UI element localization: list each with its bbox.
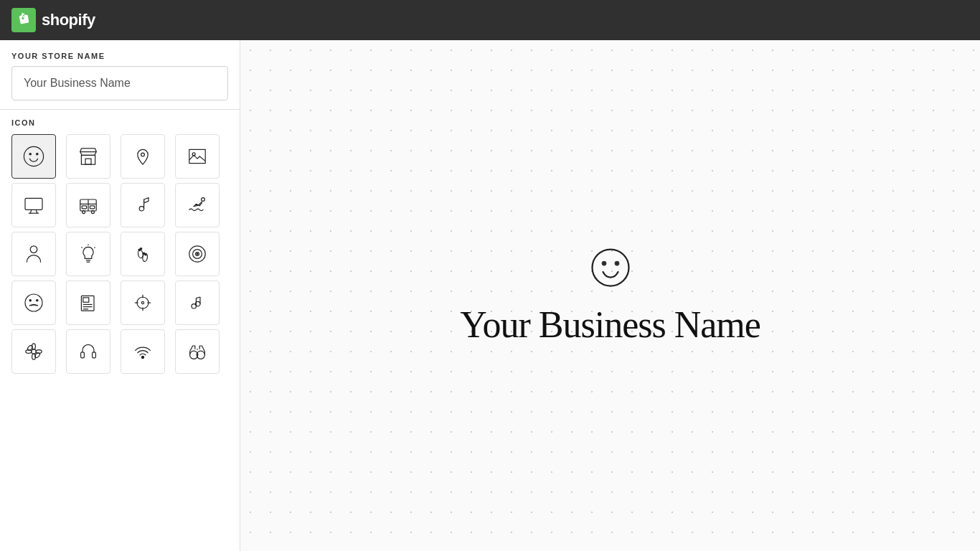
icon-section: ICON [0,110,240,551]
icon-cell-monitor[interactable] [11,183,56,227]
svg-rect-64 [81,352,85,358]
svg-rect-22 [90,206,94,209]
icon-cell-mustache-face[interactable] [11,281,56,325]
svg-point-57 [32,349,36,354]
icon-cell-location-pin[interactable] [121,134,165,179]
icon-cell-music-notes[interactable] [175,281,220,325]
icon-cell-music-note[interactable] [121,183,165,227]
icon-cell-wifi[interactable] [121,329,165,374]
svg-rect-12 [25,198,42,209]
shopify-logo: shopify [11,8,95,32]
shopify-bag-icon [11,8,36,32]
svg-rect-21 [82,206,86,209]
svg-line-30 [94,247,95,248]
store-name-section: YOUR STORE NAME [0,40,240,110]
store-name-input[interactable] [11,66,228,100]
svg-line-13 [30,209,32,213]
svg-line-14 [36,209,37,213]
icon-cell-image-frame[interactable] [175,134,220,179]
svg-point-9 [141,153,145,156]
shopify-text: shopify [42,11,95,29]
preview-icon [589,246,632,292]
svg-rect-65 [93,352,96,358]
svg-point-72 [615,261,618,265]
svg-point-66 [141,356,143,358]
svg-point-2 [29,154,31,155]
icon-cell-crosshair[interactable] [121,281,165,325]
svg-point-71 [602,261,606,265]
svg-point-40 [197,253,198,255]
icon-cell-bus[interactable] [66,183,110,227]
preview-content: Your Business Name [460,246,760,346]
svg-line-7 [95,149,97,152]
preview-business-name: Your Business Name [460,303,760,346]
header: shopify [0,0,980,40]
svg-point-42 [29,300,31,301]
svg-rect-45 [83,298,89,302]
icon-cell-footprints[interactable] [121,232,165,276]
store-name-label: YOUR STORE NAME [11,52,228,60]
icon-cell-flower[interactable] [11,329,56,374]
svg-point-1 [24,146,43,166]
icon-cell-spiral[interactable] [175,232,220,276]
icon-cell-headphones[interactable] [66,329,110,374]
icon-label: ICON [11,118,228,127]
icon-cell-lightbulb[interactable] [66,232,110,276]
svg-point-43 [37,300,38,301]
svg-line-29 [81,247,82,248]
svg-point-36 [145,254,146,255]
icon-cell-newspaper[interactable] [66,281,110,325]
svg-point-24 [202,198,205,202]
svg-point-70 [592,249,628,286]
main-layout: YOUR STORE NAME ICON [0,40,980,551]
icon-grid-wrapper[interactable] [11,134,228,551]
svg-point-49 [137,297,149,309]
svg-line-6 [80,149,82,152]
svg-point-23 [139,207,143,211]
icon-cell-person[interactable] [11,232,56,276]
svg-rect-4 [81,155,95,164]
icon-cell-binoculars[interactable] [175,329,220,374]
svg-rect-5 [85,159,91,164]
preview-area: Your Business Name [240,40,980,551]
svg-point-25 [30,246,37,253]
icon-grid [11,134,225,382]
icon-cell-smiley[interactable] [11,134,56,179]
svg-point-34 [140,248,141,250]
svg-point-54 [141,301,143,303]
svg-point-41 [25,294,42,311]
sidebar: YOUR STORE NAME ICON [0,40,240,551]
icon-cell-storefront[interactable] [66,134,110,179]
svg-point-3 [37,154,38,155]
icon-cell-swimmer[interactable] [175,183,220,227]
svg-rect-10 [189,149,205,163]
